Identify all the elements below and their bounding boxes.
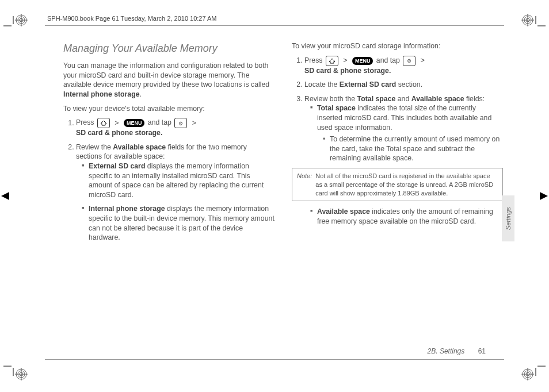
gt-separator: > (421, 56, 425, 64)
right-subhead: To view your microSD card storage inform… (292, 41, 503, 51)
note-box: Note: Not all of the microSD card is reg… (292, 168, 503, 202)
rb1-bold: Total space (317, 104, 356, 112)
crop-arrow-left-icon (1, 191, 10, 201)
right-column: To view your microSD card storage inform… (292, 41, 503, 346)
book-header: SPH-M900.book Page 61 Tuesday, March 2, … (45, 15, 219, 22)
page-footer: 2B. Settings 61 (428, 347, 486, 355)
footer-page-number: 61 (478, 347, 486, 355)
right-step-2: Locate the External SD card section. (304, 80, 503, 90)
registration-target-icon (15, 368, 28, 381)
menu-key-icon: MENU (124, 119, 145, 127)
registration-target-icon (15, 14, 28, 26)
left-step-2: Review the Available space fields for th… (76, 143, 274, 243)
settings-key-icon: ⚙ (174, 118, 187, 128)
crop-corner-icon (3, 16, 14, 26)
right-sub-bullet: To determine the currently amount of use… (317, 134, 503, 163)
step1-path: SD card & phone storage. (304, 67, 391, 75)
note-label: Note: (297, 172, 312, 198)
left-step-1: Press > MENU and tap ⚙ > SD card & phone… (76, 118, 274, 138)
home-key-icon (97, 118, 110, 128)
settings-key-icon: ⚙ (403, 56, 415, 66)
left-bullet-1: External SD card displays the memory inf… (83, 162, 274, 199)
crop-corner-icon (535, 16, 546, 26)
home-key-icon (326, 56, 338, 66)
step2-bold: External SD card (340, 80, 396, 89)
intro-text: You can manage the information and confi… (63, 62, 269, 89)
right-step-3: Review both the Total space and Availabl… (304, 94, 503, 163)
left-subhead: To view your device's total available me… (63, 104, 274, 114)
gt-separator: > (343, 56, 347, 64)
press-label: Press (304, 56, 325, 64)
note-text: Not all of the microSD card is registere… (315, 172, 498, 198)
right-bullet-2: Available space indicates only the amoun… (311, 207, 503, 226)
and-tap-label: and tap (148, 119, 173, 127)
registration-target-icon (521, 14, 534, 26)
step3-post: fields: (464, 95, 485, 103)
and-tap-label: and tap (376, 56, 402, 64)
gt-separator: > (192, 119, 196, 127)
intro-post: . (140, 90, 142, 98)
svg-marker-20 (1, 192, 9, 200)
step2-pre: Review the (76, 143, 113, 151)
crop-corner-icon (3, 366, 14, 376)
right-step-1: Press > MENU and tap ⚙ > SD card & phone… (304, 56, 503, 76)
side-tab-label: Settings (505, 207, 512, 230)
header-rule (45, 25, 504, 26)
svg-marker-21 (540, 192, 548, 200)
step2-post: section. (396, 80, 422, 89)
gt-separator: > (115, 119, 119, 127)
step2-bold: Available space (113, 143, 166, 151)
step1-path: SD card & phone storage. (76, 129, 162, 137)
step3-bold2: Available space (411, 95, 464, 103)
step2-pre: Locate the (304, 80, 340, 89)
crop-arrow-right-icon (539, 191, 548, 201)
b1-bold: External SD card (89, 162, 145, 170)
footer-rule (45, 359, 504, 360)
side-tab: Settings (502, 195, 514, 241)
section-heading: Managing Your Available Memory (63, 41, 274, 55)
menu-key-icon: MENU (352, 57, 373, 65)
left-column: Managing Your Available Memory You can m… (63, 41, 274, 346)
registration-target-icon (521, 368, 534, 381)
right-bullet-1: Total space indicates the total size of … (311, 103, 503, 163)
step3-bold1: Total space (357, 95, 396, 103)
right-steps: Press > MENU and tap ⚙ > SD card & phone… (292, 56, 503, 163)
page-body: Managing Your Available Memory You can m… (63, 41, 503, 346)
left-steps: Press > MENU and tap ⚙ > SD card & phone… (63, 118, 274, 243)
rb2-bold: Available space (317, 207, 370, 216)
crop-corner-icon (535, 366, 546, 376)
intro-bold: Internal phone storage (63, 90, 140, 98)
left-bullet-2: Internal phone storage displays the memo… (83, 204, 274, 242)
intro-paragraph: You can manage the information and confi… (63, 61, 274, 99)
step3-mid: and (395, 95, 411, 103)
press-label: Press (76, 119, 96, 127)
step3-pre: Review both the (304, 95, 357, 103)
b2-bold: Internal phone storage (89, 205, 165, 213)
footer-section: 2B. Settings (428, 347, 465, 355)
